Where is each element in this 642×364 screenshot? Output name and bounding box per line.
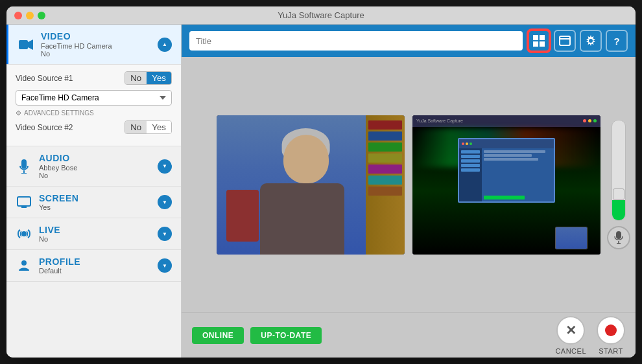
audio-chevron[interactable] xyxy=(158,159,172,174)
screen-value: Yes xyxy=(39,203,158,211)
live-title: LIVE xyxy=(39,225,158,235)
right-panel xyxy=(607,120,630,249)
window-title: YuJa Software Capture xyxy=(278,10,364,20)
svg-rect-12 xyxy=(533,41,538,47)
help-icon-button[interactable]: ? xyxy=(606,30,628,52)
svg-rect-18 xyxy=(616,231,621,239)
screen-preview: YuJa Software Capture xyxy=(412,115,600,255)
cancel-button[interactable]: ✕ xyxy=(556,316,585,345)
volume-slider[interactable] xyxy=(612,120,626,221)
record-dot-icon xyxy=(605,324,617,336)
svg-rect-0 xyxy=(19,40,28,49)
audio-subtitle: Abbey Bose xyxy=(39,164,158,172)
sidebar-item-audio[interactable]: AUDIO Abbey Bose No xyxy=(6,146,181,186)
toolbar-icons: ? xyxy=(528,30,628,52)
bottom-bar: ONLINE UP-TO-DATE ✕ CANCEL START xyxy=(182,312,636,358)
svg-rect-13 xyxy=(540,41,545,47)
source2-yes-btn[interactable]: Yes xyxy=(147,121,171,133)
live-info: LIVE No xyxy=(39,225,158,243)
svg-rect-2 xyxy=(21,159,27,168)
settings-icon-button[interactable] xyxy=(580,30,602,52)
profile-value: Default xyxy=(39,267,158,275)
profile-icon xyxy=(16,257,32,274)
main-toolbar: ? xyxy=(182,25,636,57)
title-input[interactable] xyxy=(189,31,523,51)
profile-title: PROFILE xyxy=(39,256,158,267)
live-value: No xyxy=(39,235,158,243)
sidebar-item-live[interactable]: LIVE No xyxy=(6,218,181,249)
video-icon xyxy=(18,36,34,53)
sidebar-section-profile: PROFILE Default xyxy=(6,250,181,282)
video-chevron[interactable] xyxy=(158,38,172,52)
cancel-label: CANCEL xyxy=(555,347,586,355)
maximize-button[interactable] xyxy=(38,12,45,19)
svg-rect-11 xyxy=(540,35,545,40)
source1-row: Video Source #1 No Yes xyxy=(16,71,172,85)
svg-rect-10 xyxy=(533,35,538,40)
audio-info: AUDIO Abbey Bose No xyxy=(39,153,158,179)
content-area: VIDEO FaceTime HD Camera No Video Source… xyxy=(6,25,636,358)
svg-point-9 xyxy=(21,260,27,266)
person-figure xyxy=(217,115,405,255)
preview-area: YuJa Software Capture xyxy=(182,57,636,312)
sidebar-section-live: LIVE No xyxy=(6,218,181,250)
status-online-badge: ONLINE xyxy=(192,327,244,344)
audio-icon xyxy=(16,158,32,175)
start-record-button[interactable] xyxy=(597,316,625,345)
window-icon-button[interactable] xyxy=(554,30,576,52)
svg-rect-5 xyxy=(18,197,30,206)
screen-chevron[interactable] xyxy=(158,195,172,209)
advanced-settings-link[interactable]: ADVANCED SETTINGS xyxy=(16,109,172,117)
app-window: YuJa Software Capture VIDEO FaceTime HD … xyxy=(6,6,636,358)
cancel-btn-wrap: ✕ CANCEL xyxy=(555,316,586,355)
svg-point-8 xyxy=(21,231,27,236)
layout-icon-button[interactable] xyxy=(528,30,550,52)
start-label: START xyxy=(599,347,623,355)
sidebar-item-video[interactable]: VIDEO FaceTime HD Camera No xyxy=(6,25,181,64)
source1-no-btn[interactable]: No xyxy=(125,72,147,84)
profile-info: PROFILE Default xyxy=(39,256,158,275)
bottom-actions: ✕ CANCEL START xyxy=(555,316,625,355)
svg-point-17 xyxy=(589,39,593,43)
source1-label: Video Source #1 xyxy=(16,74,125,83)
source2-row: Video Source #2 No Yes xyxy=(16,120,172,134)
window-controls xyxy=(14,12,45,19)
start-btn-wrap: START xyxy=(597,316,625,355)
svg-rect-14 xyxy=(560,36,570,45)
source2-toggle[interactable]: No Yes xyxy=(125,120,172,134)
screen-title: SCREEN xyxy=(39,193,158,203)
minimize-button[interactable] xyxy=(26,12,34,19)
audio-value: No xyxy=(39,172,158,179)
camera-preview xyxy=(217,115,405,255)
mic-button[interactable] xyxy=(607,226,630,249)
screen-info: SCREEN Yes xyxy=(39,193,158,211)
video-info: VIDEO FaceTime HD Camera No xyxy=(41,31,158,58)
video-title: VIDEO xyxy=(41,31,158,41)
main-content: ? xyxy=(182,25,636,358)
video-expanded-panel: Video Source #1 No Yes FaceTime HD Camer… xyxy=(6,64,181,146)
camera-select[interactable]: FaceTime HD Camera xyxy=(16,90,172,106)
sidebar-item-profile[interactable]: PROFILE Default xyxy=(6,250,181,281)
titlebar: YuJa Software Capture xyxy=(6,6,636,25)
video-value: No xyxy=(41,50,158,58)
sidebar-section-audio: AUDIO Abbey Bose No xyxy=(6,146,181,187)
profile-chevron[interactable] xyxy=(158,258,172,273)
close-button[interactable] xyxy=(14,12,22,19)
sidebar: VIDEO FaceTime HD Camera No Video Source… xyxy=(6,25,182,358)
status-uptodate-badge: UP-TO-DATE xyxy=(250,327,322,344)
audio-title: AUDIO xyxy=(39,153,158,163)
video-subtitle: FaceTime HD Camera xyxy=(41,42,158,50)
source2-no-btn[interactable]: No xyxy=(125,121,147,133)
sidebar-item-screen[interactable]: SCREEN Yes xyxy=(6,187,181,218)
source1-yes-btn[interactable]: Yes xyxy=(147,72,171,84)
sidebar-section-screen: SCREEN Yes xyxy=(6,187,181,218)
screen-icon xyxy=(16,194,32,210)
source1-toggle[interactable]: No Yes xyxy=(125,71,172,85)
live-chevron[interactable] xyxy=(158,227,172,241)
live-icon xyxy=(16,225,32,242)
source2-label: Video Source #2 xyxy=(16,123,125,132)
sidebar-section-video: VIDEO FaceTime HD Camera No Video Source… xyxy=(6,25,181,146)
svg-marker-1 xyxy=(28,40,33,50)
